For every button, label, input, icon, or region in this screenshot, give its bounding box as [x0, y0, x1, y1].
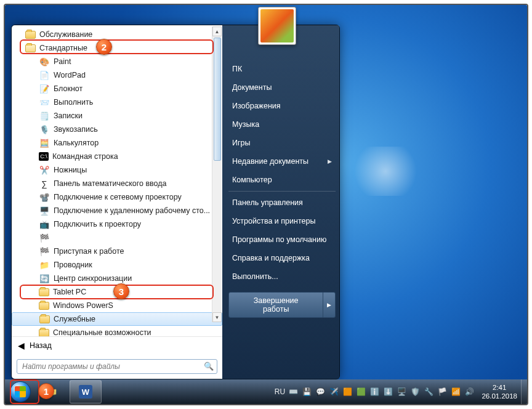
places-run[interactable]: Выполнить... — [228, 267, 336, 286]
app-snipping-tool[interactable]: ✂️Ножницы — [12, 163, 222, 177]
places-help[interactable]: Справка и поддержка — [228, 249, 336, 267]
app-math-input[interactable]: ∑Панель математического ввода — [12, 177, 222, 190]
user-picture[interactable] — [258, 7, 296, 45]
clock-time: 2:41 — [482, 383, 517, 392]
submenu-arrow-icon: ▶ — [328, 158, 332, 164]
folder-accessibility[interactable]: Специальные возможности — [12, 326, 222, 336]
app-sync-center[interactable]: 🔄Центр синхронизации — [12, 272, 222, 285]
start-menu-places-pane: ПК Документы Изображения Музыка Игры Нед… — [222, 25, 339, 379]
app-getting-started[interactable]: 🏁 — [12, 231, 222, 245]
separator — [228, 191, 336, 192]
app-calculator[interactable]: 🧮Калькулятор — [12, 136, 222, 150]
tray-save-icon[interactable]: 💾 — [302, 387, 312, 397]
shutdown-button[interactable]: Завершение работы — [228, 292, 323, 318]
places-pictures[interactable]: Изображения — [228, 97, 336, 115]
network-icon[interactable]: 📶 — [451, 387, 461, 397]
taskbar-app-word[interactable]: W — [70, 380, 102, 403]
folder-label: Стандартные — [39, 44, 87, 52]
scroll-down-button[interactable]: ▼ — [212, 312, 222, 322]
places-games[interactable]: Игры — [228, 134, 336, 152]
search-icon: 🔍 — [204, 362, 214, 371]
tray-down-icon[interactable]: ⬇️ — [383, 387, 393, 397]
app-remote-desktop[interactable]: 🖥️Подключение к удаленному рабочему сто.… — [12, 204, 222, 217]
places-music[interactable]: Музыка — [228, 115, 336, 134]
tray-app-icon[interactable]: 🟧 — [342, 387, 352, 397]
places-control-panel[interactable]: Панель управления — [228, 193, 336, 212]
folder-label: Обслуживание — [39, 30, 92, 39]
scroll-up-button[interactable]: ▲ — [212, 26, 222, 36]
folder-windows-powershell[interactable]: Windows PowerS — [12, 299, 222, 312]
app-sticky-notes[interactable]: 🗒️Записки — [12, 109, 222, 123]
language-indicator[interactable]: RU — [275, 387, 284, 397]
system-tray: RU ⌨️ 💾 💬 ✈️ 🟧 🟩 ℹ️ ⬇️ 🖥️ 🛡️ 🔧 🏳️ 📶 🔊 — [271, 387, 478, 397]
app-sound-recorder[interactable]: 🎙️Звукозапись — [12, 123, 222, 136]
tray-telegram-icon[interactable]: ✈️ — [329, 387, 339, 397]
back-label: Назад — [30, 341, 52, 350]
folder-system-tools[interactable]: Служебные — [12, 312, 222, 326]
app-explorer[interactable]: 📁Проводник — [12, 258, 222, 272]
app-command-prompt[interactable]: C:\Командная строка — [12, 150, 222, 163]
places-documents[interactable]: Документы — [228, 78, 336, 97]
start-menu: Обслуживание Стандартные 🎨Paint 📄WordPad… — [11, 25, 340, 379]
taskbar: 📁 W RU ⌨️ 💾 💬 ✈️ 🟧 🟩 ℹ️ ⬇️ 🖥️ 🛡️ 🔧 🏳️ 📶 … — [5, 379, 527, 404]
shutdown-options-button[interactable]: ▶ — [323, 292, 336, 318]
tray-chat-icon[interactable]: 💬 — [315, 387, 325, 397]
places-computer[interactable]: Компьютер — [228, 171, 336, 189]
places-recent-documents[interactable]: Недавние документы▶ — [228, 152, 336, 171]
taskbar-clock[interactable]: 2:41 26.01.2018 — [478, 383, 521, 401]
action-center-icon[interactable]: 🏳️ — [437, 387, 447, 397]
keyboard-icon[interactable]: ⌨️ — [288, 387, 298, 397]
tray-notify-icon[interactable]: ℹ️ — [369, 387, 379, 397]
programs-list[interactable]: Обслуживание Стандартные 🎨Paint 📄WordPad… — [12, 25, 222, 336]
start-button[interactable] — [7, 381, 34, 403]
programs-scrollbar[interactable]: ▲ ▼ — [212, 26, 222, 322]
search-input[interactable] — [17, 359, 217, 374]
volume-icon[interactable]: 🔊 — [464, 387, 474, 397]
tray-misc-icon[interactable]: 🔧 — [424, 387, 433, 397]
places-devices-printers[interactable]: Устройства и принтеры — [228, 212, 336, 230]
folder-accessories[interactable]: Стандартные — [12, 41, 222, 55]
tray-av-icon[interactable]: 🛡️ — [410, 387, 420, 397]
app-paint[interactable]: 🎨Paint — [12, 55, 222, 68]
places-default-programs[interactable]: Программы по умолчанию — [228, 230, 336, 249]
folder-maintenance[interactable]: Обслуживание — [12, 28, 222, 41]
show-desktop-button[interactable] — [521, 379, 527, 404]
app-wordpad[interactable]: 📄WordPad — [12, 68, 222, 82]
taskbar-app-explorer[interactable]: 📁 — [36, 380, 68, 403]
app-connect-projector[interactable]: 📺Подключить к проектору — [12, 217, 222, 231]
app-getting-started2[interactable]: 🏁Приступая к работе — [12, 245, 222, 258]
places-user[interactable]: ПК — [228, 60, 336, 78]
clock-date: 26.01.2018 — [482, 392, 517, 400]
search-area: 🔍 — [12, 354, 222, 379]
back-button[interactable]: ◀ Назад — [12, 336, 222, 354]
folder-label: Служебные — [54, 315, 95, 323]
scroll-thumb[interactable] — [214, 38, 221, 161]
app-notepad[interactable]: 📝Блокнот — [12, 82, 222, 95]
app-network-projector[interactable]: 📽️Подключение к сетевому проектору — [12, 190, 222, 204]
tray-nvidia-icon[interactable]: 🟩 — [356, 387, 366, 397]
folder-tablet-pc[interactable]: Tablet PC — [12, 285, 222, 299]
app-run[interactable]: 📨Выполнить — [12, 95, 222, 109]
start-menu-programs-pane: Обслуживание Стандартные 🎨Paint 📄WordPad… — [12, 25, 222, 379]
tray-monitor-icon[interactable]: 🖥️ — [397, 387, 406, 397]
back-arrow-icon: ◀ — [18, 341, 25, 350]
